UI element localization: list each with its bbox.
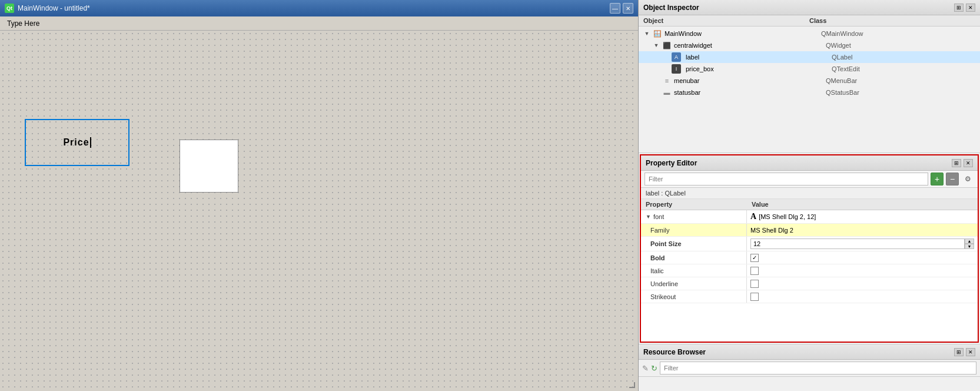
statusbar-class: QStatusBar [826, 89, 975, 96]
spinbox-down-btn[interactable]: ▼ [965, 244, 974, 249]
statusbar-icon: ▬ [662, 88, 672, 97]
mainwindow-expander[interactable]: ▼ [643, 30, 650, 37]
bold-checkbox[interactable] [750, 254, 759, 262]
property-settings-btn[interactable]: ⚙ [961, 173, 974, 185]
property-table: Property Value ▼ font A [MS Shell Dlg 2,… [641, 199, 978, 342]
prop-value-bold[interactable] [747, 251, 978, 264]
right-panel: Object Inspector ⊞ ✕ Object Class ▼ 🪟 Ma… [639, 0, 980, 391]
bold-label: Bold [650, 254, 665, 261]
font-expand-arrow[interactable]: ▼ [646, 214, 651, 220]
resource-browser-float-btn[interactable]: ⊞ [954, 348, 964, 356]
object-inspector-float-btn[interactable]: ⊞ [954, 4, 964, 12]
prop-row-font: ▼ font A [MS Shell Dlg 2, 12] [641, 210, 978, 224]
resource-browser-close-btn[interactable]: ✕ [966, 348, 975, 356]
pointsize-label: Point Size [650, 240, 682, 247]
italic-label: Italic [650, 267, 664, 274]
refresh-icon[interactable]: ↻ [651, 364, 657, 373]
menubar-name: menubar [674, 77, 823, 84]
tree-row-centralwidget[interactable]: ▼ ⬛ centralwidget QWidget [639, 39, 980, 51]
tree-row-menubar[interactable]: ≡ menubar QMenuBar [639, 75, 980, 87]
wrench-icon: ⚙ [965, 175, 971, 183]
resource-filter-input[interactable] [660, 362, 976, 375]
prop-row-underline: Underline [641, 277, 978, 290]
property-editor-close-btn[interactable]: ✕ [964, 159, 973, 167]
prop-name-underline: Underline [641, 277, 747, 290]
property-editor-float-btn[interactable]: ⊞ [952, 159, 961, 167]
tree-row-label[interactable]: A label QLabel [639, 51, 980, 63]
prop-row-strikeout: Strikeout [641, 290, 978, 303]
minimize-icon: — [612, 5, 618, 12]
object-tree: ▼ 🪟 MainWindow QMainWindow ▼ ⬛ centralwi… [639, 26, 980, 153]
designer-titlebar: Qt MainWindow - untitled* — ✕ [0, 0, 638, 16]
context-label: label : QLabel [641, 188, 978, 199]
col-class: Class [809, 17, 975, 24]
strikeout-checkbox[interactable] [750, 293, 759, 301]
property-filter-bar: + − ⚙ [641, 171, 978, 188]
pointsize-input[interactable] [750, 238, 965, 249]
property-editor-title: Property Editor [646, 159, 697, 167]
menubar-icon: ≡ [662, 76, 672, 85]
tree-row-pricebox[interactable]: I price_box QTextEdit [639, 63, 980, 75]
designer-menubar: Type Here [0, 16, 638, 31]
object-inspector: Object Inspector ⊞ ✕ Object Class ▼ 🪟 Ma… [639, 0, 980, 153]
centralwidget-name: centralwidget [674, 42, 823, 49]
family-label: Family [650, 227, 669, 234]
spinbox-buttons: ▲ ▼ [965, 238, 974, 249]
close-button[interactable]: ✕ [623, 3, 633, 14]
underline-label: Underline [650, 280, 678, 287]
centralwidget-expander[interactable]: ▼ [653, 42, 660, 49]
prop-value-strikeout[interactable] [747, 290, 978, 303]
resize-handle[interactable] [629, 382, 635, 388]
titlebar-left: Qt MainWindow - untitled* [5, 4, 90, 13]
prop-name-pointsize: Point Size [641, 237, 747, 251]
titlebar-buttons: — ✕ [610, 3, 633, 14]
label-text: Price [63, 137, 91, 148]
prop-row-italic: Italic [641, 264, 978, 277]
price-box-widget[interactable] [180, 140, 238, 193]
pointsize-spinbox[interactable]: ▲ ▼ [750, 238, 974, 249]
pricebox-icon: I [672, 64, 681, 74]
resource-browser-title: Resource Browser [643, 348, 706, 356]
prop-name-bold: Bold [641, 251, 747, 264]
font-value-text: [MS Shell Dlg 2, 12] [759, 213, 816, 220]
resource-browser-controls: ⊞ ✕ [954, 348, 975, 356]
pencil-icon[interactable]: ✎ [642, 364, 649, 373]
object-inspector-header: Object Inspector ⊞ ✕ [639, 0, 980, 15]
col-object: Object [643, 17, 809, 24]
property-add-btn[interactable]: + [931, 173, 944, 185]
object-inspector-controls: ⊞ ✕ [954, 4, 975, 12]
spinbox-up-btn[interactable]: ▲ [965, 238, 974, 244]
type-here-menu[interactable]: Type Here [2, 18, 44, 29]
prop-name-family: Family [641, 224, 747, 236]
prop-value-underline[interactable] [747, 277, 978, 290]
tree-row-mainwindow[interactable]: ▼ 🪟 MainWindow QMainWindow [639, 28, 980, 39]
font-label: font [653, 213, 664, 220]
centralwidget-class: QWidget [826, 42, 975, 49]
prop-header: Property Value [641, 199, 978, 210]
minus-icon: − [950, 174, 955, 184]
strikeout-label: Strikeout [650, 293, 676, 300]
label-expander [662, 54, 669, 61]
prop-row-bold: Bold [641, 251, 978, 264]
underline-checkbox[interactable] [750, 280, 759, 288]
mainwindow-class: QMainWindow [821, 30, 975, 37]
pricebox-expander [662, 65, 669, 72]
prop-col-property: Property [646, 201, 752, 208]
property-editor: Property Editor ⊞ ✕ + − ⚙ label : QLabel… [640, 154, 979, 343]
pricebox-name: price_box [686, 65, 829, 72]
tree-row-statusbar[interactable]: ▬ statusbar QStatusBar [639, 87, 980, 98]
prop-value-italic[interactable] [747, 264, 978, 277]
prop-name-strikeout: Strikeout [641, 290, 747, 303]
design-canvas[interactable]: Price [0, 31, 638, 391]
italic-checkbox[interactable] [750, 267, 759, 275]
label-widget[interactable]: Price [25, 119, 129, 166]
canvas-background [0, 31, 638, 391]
font-a-icon: A [750, 212, 756, 221]
prop-value-pointsize[interactable]: ▲ ▼ [747, 237, 978, 251]
object-inspector-close-btn[interactable]: ✕ [966, 4, 975, 12]
minimize-button[interactable]: — [610, 3, 620, 14]
prop-value-family: MS Shell Dlg 2 [747, 224, 978, 236]
property-filter-input[interactable] [645, 173, 928, 185]
property-remove-btn[interactable]: − [946, 173, 959, 185]
tree-header: Object Class [639, 15, 980, 26]
